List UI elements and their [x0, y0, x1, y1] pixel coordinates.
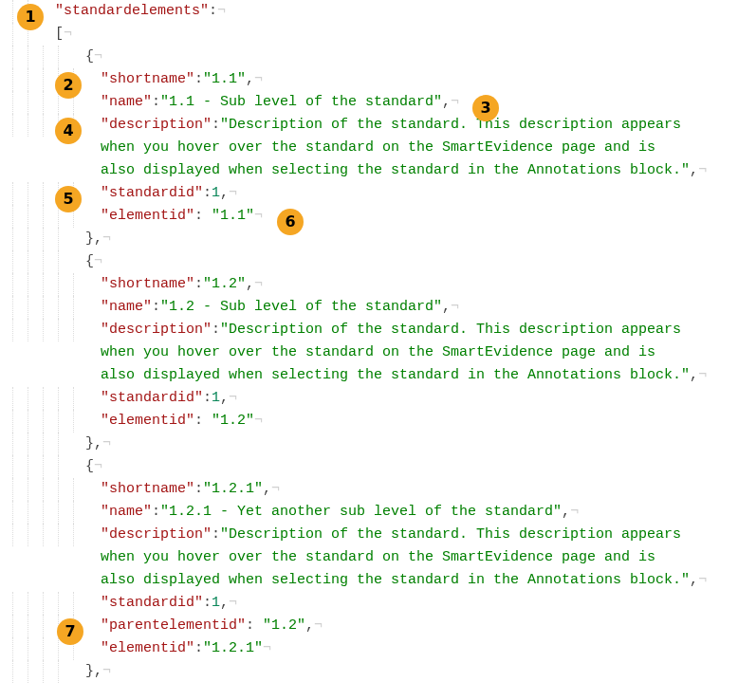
- code-line: "elementid": "1.2"¬: [9, 410, 729, 433]
- code-line: },¬: [9, 433, 729, 455]
- code-line: "shortname":"1.2",¬: [9, 273, 729, 296]
- code-line: "standardid":1,¬: [9, 592, 729, 615]
- code-line: "elementid":"1.2.1"¬: [9, 637, 729, 660]
- code-line: "description":"Description of the standa…: [9, 524, 729, 546]
- json-key-parentelementid: "parentelementid": [101, 617, 246, 634]
- code-line: [¬: [9, 23, 729, 46]
- code-line: {¬: [9, 46, 729, 68]
- callout-7: 7: [57, 618, 83, 645]
- json-key-elementid: "elementid": [101, 208, 194, 224]
- callout-3: 3: [472, 95, 499, 121]
- json-key-standardid: "standardid": [101, 185, 203, 201]
- code-line: "name":"1.2 - Sub level of the standard"…: [9, 296, 729, 319]
- code-line-wrap: when you hover over the standard on the …: [9, 137, 729, 159]
- code-line: "parentelementid": "1.2",¬: [9, 615, 729, 637]
- code-line: "description":"Description of the standa…: [9, 319, 729, 341]
- code-line-wrap: when you hover over the standard on the …: [9, 341, 729, 364]
- code-line: "name":"1.2.1 - Yet another sub level of…: [9, 501, 729, 524]
- code-line-wrap: also displayed when selecting the standa…: [9, 569, 729, 592]
- json-key-name: "name": [101, 94, 152, 110]
- code-line-wrap: when you hover over the standard on the …: [9, 546, 729, 569]
- code-line: "standardelements":¬: [9, 0, 729, 23]
- code-line: {¬: [9, 455, 729, 478]
- callout-2: 2: [55, 72, 82, 99]
- json-key-description: "description": [101, 117, 212, 133]
- callout-6: 6: [277, 209, 304, 235]
- code-line: "shortname":"1.1",¬: [9, 68, 729, 91]
- code-line: "elementid": "1.1"¬: [9, 205, 729, 228]
- code-line: "name":"1.1 - Sub level of the standard"…: [9, 91, 729, 114]
- code-line: "standardid":1,¬: [9, 387, 729, 410]
- code-line: },¬: [9, 228, 729, 250]
- callout-1: 1: [17, 4, 44, 30]
- code-line: {¬: [9, 250, 729, 273]
- code-line: "standardid":1,¬: [9, 182, 729, 205]
- callout-4: 4: [55, 118, 82, 144]
- json-key-standardelements: "standardelements": [55, 3, 209, 19]
- code-line-wrap: also displayed when selecting the standa…: [9, 364, 729, 387]
- code-line: "description":"Description of the standa…: [9, 114, 729, 137]
- code-block: "standardelements":¬ [¬ {¬ "shortname":"…: [0, 0, 738, 689]
- code-line: },¬: [9, 660, 729, 683]
- code-line: "shortname":"1.2.1",¬: [9, 478, 729, 501]
- callout-5: 5: [55, 186, 82, 212]
- code-line-wrap: also displayed when selecting the standa…: [9, 159, 729, 182]
- json-key-shortname: "shortname": [101, 71, 194, 87]
